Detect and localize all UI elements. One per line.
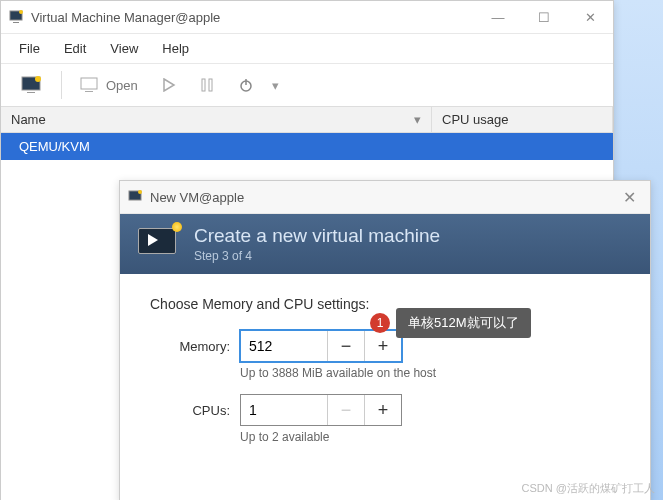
memory-label: Memory: xyxy=(150,339,240,354)
dialog-icon xyxy=(128,189,144,205)
cpus-minus-button[interactable]: − xyxy=(327,395,364,425)
svg-rect-9 xyxy=(209,79,212,91)
new-vm-button[interactable] xyxy=(11,70,53,100)
power-dropdown[interactable]: ▾ xyxy=(268,72,283,99)
memory-hint: Up to 3888 MiB available on the host xyxy=(240,366,620,380)
minimize-button[interactable]: — xyxy=(483,10,513,25)
pause-button[interactable] xyxy=(190,72,224,98)
wizard-heading: Create a new virtual machine xyxy=(194,225,440,247)
wizard-header: Create a new virtual machine Step 3 of 4 xyxy=(120,214,650,274)
new-vm-dialog: New VM@apple ✕ Create a new virtual mach… xyxy=(119,180,651,500)
column-name[interactable]: Name ▾ xyxy=(1,107,432,132)
menubar: File Edit View Help xyxy=(1,34,613,64)
svg-rect-7 xyxy=(85,91,93,92)
cpus-row: CPUs: − + xyxy=(150,394,620,426)
svg-rect-4 xyxy=(27,92,35,93)
svg-point-5 xyxy=(35,76,41,82)
watermark: CSDN @活跃的煤矿打工人 xyxy=(522,481,655,496)
power-button[interactable] xyxy=(228,71,264,99)
cpus-hint: Up to 2 available xyxy=(240,430,620,444)
wizard-icon xyxy=(134,224,180,264)
wizard-step: Step 3 of 4 xyxy=(194,249,440,263)
main-titlebar: Virtual Machine Manager@apple — ☐ ✕ xyxy=(1,1,613,34)
cpus-spinner: − + xyxy=(240,394,402,426)
svg-rect-6 xyxy=(81,78,97,89)
memory-minus-button[interactable]: − xyxy=(327,331,364,361)
play-button[interactable] xyxy=(152,72,186,98)
column-header: Name ▾ CPU usage xyxy=(1,107,613,133)
memory-input[interactable] xyxy=(241,331,327,361)
toolbar-separator xyxy=(61,71,62,99)
annotation-number: 1 xyxy=(370,313,390,333)
cpus-input[interactable] xyxy=(241,395,327,425)
cpus-plus-button[interactable]: + xyxy=(364,395,401,425)
cpus-label: CPUs: xyxy=(150,403,240,418)
menu-edit[interactable]: Edit xyxy=(54,38,96,59)
vm-name: QEMU/KVM xyxy=(19,139,90,154)
dialog-title: New VM@apple xyxy=(150,190,617,205)
svg-point-13 xyxy=(138,190,142,194)
menu-view[interactable]: View xyxy=(100,38,148,59)
window-controls: — ☐ ✕ xyxy=(483,10,605,25)
dialog-close-button[interactable]: ✕ xyxy=(617,188,642,207)
svg-rect-1 xyxy=(13,22,19,23)
open-button[interactable]: Open xyxy=(70,71,148,99)
menu-help[interactable]: Help xyxy=(152,38,199,59)
vm-row-selected[interactable]: QEMU/KVM xyxy=(1,133,613,160)
column-cpu[interactable]: CPU usage xyxy=(432,107,613,132)
app-icon xyxy=(9,9,25,25)
svg-point-2 xyxy=(19,10,23,14)
annotation-text: 单核512M就可以了 xyxy=(396,308,531,338)
toolbar: Open ▾ xyxy=(1,64,613,107)
menu-file[interactable]: File xyxy=(9,38,50,59)
chevron-down-icon: ▾ xyxy=(414,112,421,127)
wizard-body: Choose Memory and CPU settings: Memory: … xyxy=(120,274,650,480)
open-label: Open xyxy=(106,78,138,93)
close-button[interactable]: ✕ xyxy=(575,10,605,25)
dialog-titlebar: New VM@apple ✕ xyxy=(120,181,650,214)
main-title: Virtual Machine Manager@apple xyxy=(31,10,483,25)
svg-rect-8 xyxy=(202,79,205,91)
annotation-callout: 1 单核512M就可以了 xyxy=(370,308,531,338)
maximize-button[interactable]: ☐ xyxy=(529,10,559,25)
